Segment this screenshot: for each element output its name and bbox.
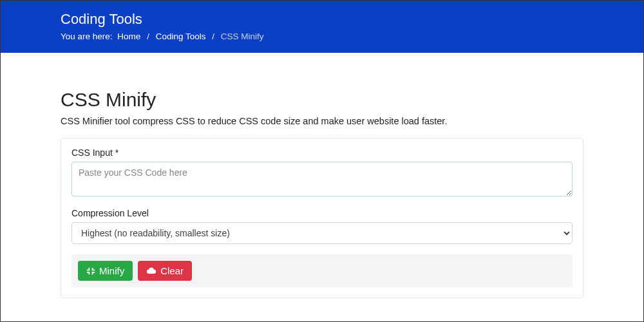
minify-button-label: Minify	[99, 265, 124, 276]
cloud-icon	[146, 267, 156, 276]
page-description: CSS Minifier tool compress CSS to reduce…	[61, 116, 583, 126]
breadcrumb: You are here: Home / Coding Tools / CSS …	[61, 32, 583, 41]
css-input[interactable]	[71, 162, 573, 196]
main-content: CSS Minify CSS Minifier tool compress CS…	[1, 53, 643, 298]
clear-button-label: Clear	[160, 265, 184, 276]
minify-button[interactable]: Minify	[78, 261, 133, 281]
compress-icon	[86, 267, 95, 276]
breadcrumb-here-label: You are here:	[61, 32, 113, 41]
header: Coding Tools You are here: Home / Coding…	[1, 1, 643, 53]
form-card: CSS Input * Compression Level Highest (n…	[61, 138, 583, 298]
action-bar: Minify Clear	[71, 254, 573, 287]
breadcrumb-coding-tools[interactable]: Coding Tools	[156, 32, 206, 41]
clear-button[interactable]: Clear	[138, 261, 192, 281]
brand-title[interactable]: Coding Tools	[61, 11, 583, 28]
css-input-label: CSS Input *	[71, 147, 573, 158]
breadcrumb-separator: /	[147, 32, 149, 41]
breadcrumb-home[interactable]: Home	[117, 32, 140, 41]
breadcrumb-separator: /	[212, 32, 214, 41]
breadcrumb-current: CSS Minify	[221, 32, 264, 41]
page-title: CSS Minify	[61, 89, 583, 111]
compression-level-label: Compression Level	[71, 208, 573, 218]
compression-level-select[interactable]: Highest (no readability, smallest size)	[71, 222, 573, 244]
